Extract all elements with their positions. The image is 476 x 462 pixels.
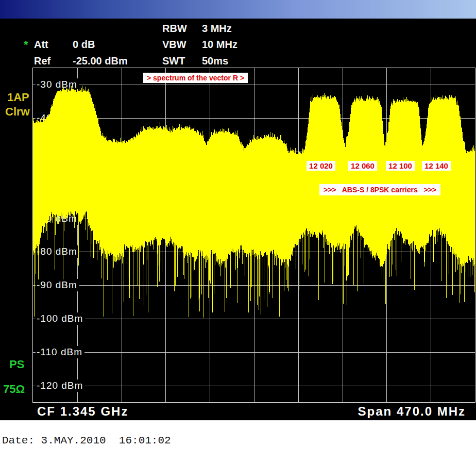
rbw-label: RBW (162, 23, 187, 35)
att-coupled-star-icon: * (24, 38, 28, 52)
spectrum-display: -30 dBm-40 dBm-50 dBm-60 dBm-70 dBm-80 d… (32, 68, 475, 403)
vbw-label: VBW (162, 39, 186, 51)
span-readout: Span 470.0 MHz (358, 404, 466, 419)
annotation-carriers-note: >>> ABS-S / 8PSK carriers >>> (319, 184, 440, 195)
date-line: Date: 3.MAY.2010 16:01:02 (2, 435, 171, 447)
trace-mode-tag: 1AP (7, 91, 29, 104)
carrier-frequency-label: 12 140 (422, 161, 451, 171)
att-value: 0 dB (73, 39, 95, 51)
swt-value: 50ms (202, 55, 228, 67)
ref-value: -25.00 dBm (73, 55, 128, 67)
att-label: Att (34, 39, 48, 51)
ref-label: Ref (34, 55, 50, 67)
center-frequency-readout: CF 1.345 GHz (37, 404, 128, 419)
trace-detector-tag: Clrw (5, 105, 30, 119)
carrier-frequency-label: 12 020 (307, 161, 335, 171)
rbw-value: 3 MHz (202, 23, 232, 35)
analyzer-screen: RBW 3 MHz * Att 0 dB VBW 10 MHz Ref -25.… (0, 19, 476, 421)
swt-label: SWT (162, 55, 185, 67)
annotation-spectrum-note: > spectrum of the vector R > (143, 73, 248, 83)
screenshot-root: R&S Spectrum Analyzer RBW 3 MHz * Att 0 … (0, 0, 476, 462)
impedance-tag: 75Ω (3, 383, 25, 396)
preselector-tag: PS (9, 358, 24, 371)
carrier-frequency-label: 12 100 (386, 161, 415, 171)
title-bar: R&S Spectrum Analyzer (0, 0, 476, 19)
carrier-frequency-label: 12 060 (348, 161, 377, 171)
spectrum-trace (33, 68, 475, 402)
vbw-value: 10 MHz (202, 39, 237, 51)
